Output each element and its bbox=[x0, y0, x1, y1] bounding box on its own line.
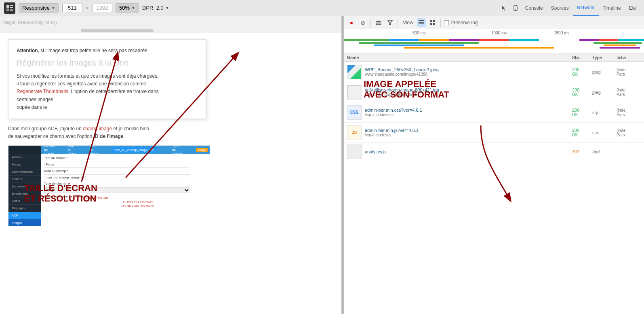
row-4-info: admin-bar.min.js?ver=4.6.1 /wp-includes/… bbox=[365, 128, 572, 137]
row-3-status-ok: OK bbox=[572, 112, 592, 117]
acf-field-title-input[interactable] bbox=[44, 162, 190, 168]
dim-x-separator: × bbox=[86, 5, 89, 11]
acf-field-name-input[interactable] bbox=[44, 174, 190, 180]
col-type: Type bbox=[592, 55, 617, 60]
acf-table-header: Position du champ Titre du champ Nom du … bbox=[41, 146, 210, 154]
svg-rect-13 bbox=[377, 21, 380, 21]
timeline-bar-right-2 bbox=[604, 45, 636, 46]
tab-console[interactable]: Console bbox=[521, 5, 547, 11]
svg-rect-15 bbox=[419, 20, 424, 21]
row-4-init: (inde Pars bbox=[617, 128, 641, 137]
row-2-filename: acf-utiliser-champ-image-800x421.jpg bbox=[365, 87, 572, 92]
height-input[interactable] bbox=[92, 4, 112, 12]
network-row-5[interactable]: analytics.js 307 (ind bbox=[344, 143, 644, 161]
timeline-bar-right-1 bbox=[593, 42, 642, 44]
zoom-selector[interactable]: 50% ▼ bbox=[116, 3, 139, 13]
main-area: height: (leave empty for nil) Attention,… bbox=[0, 16, 644, 314]
device-selector[interactable]: Responsive ▼ bbox=[19, 3, 59, 13]
row-3-init: (inde Pars bbox=[617, 108, 641, 117]
acf-sidebar-comments: Commentaires bbox=[8, 168, 41, 176]
width-input[interactable] bbox=[62, 4, 82, 12]
bottom-text: Dans mon groupe ACF, j'ajoute un champ i… bbox=[8, 125, 333, 140]
svg-rect-11 bbox=[376, 21, 381, 25]
cursor-icon-btn[interactable] bbox=[499, 2, 510, 14]
timeline-bar-3 bbox=[404, 47, 554, 49]
preserve-log-check[interactable] bbox=[444, 20, 449, 25]
acf-sidebar-settings: Réglages bbox=[8, 205, 41, 212]
row-2-thumb bbox=[347, 85, 362, 100]
h-scrollbar-thumb[interactable] bbox=[81, 29, 154, 32]
champ-image-link[interactable]: champ image bbox=[83, 126, 112, 132]
acf-sidebar-articles: Articles bbox=[8, 154, 41, 161]
row-2-status: 200 OK bbox=[572, 87, 592, 97]
row-4-thumb: JS bbox=[347, 125, 362, 140]
h-scrollbar[interactable] bbox=[0, 28, 341, 33]
toolbar-separator-1 bbox=[370, 19, 371, 27]
tab-timeline[interactable]: Timeline bbox=[599, 5, 625, 11]
logo-icon bbox=[4, 2, 15, 14]
row-5-info: analytics.js bbox=[365, 149, 572, 154]
acf-sidebar-pages: Pages bbox=[8, 161, 41, 168]
record-button[interactable]: ● bbox=[347, 18, 356, 27]
row-5-type: (ind bbox=[592, 149, 617, 154]
row-5-filename: analytics.js bbox=[365, 149, 572, 154]
network-row-1[interactable]: WPE_Banner_250x250_Learn-2.jpeg www.shar… bbox=[344, 62, 644, 82]
clear-button[interactable]: ⊘ bbox=[358, 18, 367, 27]
gray-thumb bbox=[347, 145, 361, 159]
timeline-area: 500 ms 1000 ms 1500 ms bbox=[344, 29, 644, 53]
regenerate-link[interactable]: Regenerate Thumbnails bbox=[17, 89, 68, 94]
row-2-init: (inde Pars bbox=[617, 88, 641, 97]
filter-button[interactable] bbox=[385, 18, 394, 27]
svg-rect-17 bbox=[419, 23, 424, 24]
svg-rect-4 bbox=[10, 9, 13, 11]
row-5-status: 307 bbox=[572, 149, 592, 154]
svg-rect-0 bbox=[6, 5, 9, 8]
bottom-content: Dans mon groupe ACF, j'ajoute un champ i… bbox=[0, 119, 341, 226]
js-thumb-label: JS bbox=[347, 126, 361, 140]
view-grid-button[interactable] bbox=[428, 18, 437, 27]
taille-annotation: TAILLE D'ÉCRANET RÉSOLUTION bbox=[24, 183, 97, 204]
timeline-bar-right-top bbox=[579, 39, 644, 41]
svg-marker-14 bbox=[388, 21, 392, 25]
toolbar-separator-2 bbox=[398, 19, 398, 27]
tab-elements[interactable]: Ele bbox=[625, 5, 640, 11]
svg-rect-3 bbox=[6, 8, 9, 11]
timeline-bar-2 bbox=[374, 45, 464, 46]
timeline-bar-right-3 bbox=[600, 47, 640, 49]
row-3-info: admin-bar.min.css?ver=4.6.1 /wp-includes… bbox=[365, 108, 572, 117]
dpr-selector[interactable]: DPR: 2.0 ▼ bbox=[142, 5, 169, 11]
svg-rect-2 bbox=[10, 7, 13, 8]
row-2-status-code: 200 bbox=[572, 87, 592, 92]
screenshot-button[interactable] bbox=[374, 18, 383, 27]
row-1-filename: WPE_Banner_250x250_Learn-2.jpeg bbox=[365, 67, 572, 72]
view-label: View: bbox=[403, 20, 415, 25]
url-bar-text: height: (leave empty for nil) bbox=[3, 20, 57, 25]
network-row-2[interactable]: acf-utiliser-champ-image-800x421.jpg /wp… bbox=[344, 82, 644, 102]
timeline-label-500: 500 ms bbox=[412, 31, 426, 35]
mobile-icon-btn[interactable] bbox=[510, 2, 521, 14]
view-list-button[interactable] bbox=[417, 18, 426, 27]
network-row-3[interactable]: CSS admin-bar.min.css?ver=4.6.1 /wp-incl… bbox=[344, 102, 644, 123]
row-3-thumb: CSS bbox=[347, 105, 362, 120]
tab-network[interactable]: Network bbox=[573, 0, 599, 16]
preserve-log-checkbox[interactable]: Preserve log bbox=[444, 20, 478, 25]
network-table: Name ▲ Sta... Type Initia WPE_Banner_250… bbox=[344, 53, 644, 314]
row-5-thumb bbox=[347, 144, 362, 159]
row-1-status-code: 200 bbox=[572, 67, 592, 72]
row-4-type: scr... bbox=[592, 130, 617, 135]
row-1-type: jpeg bbox=[592, 70, 617, 74]
row-4-url: /wp-includes/js bbox=[365, 133, 572, 137]
popup-attention-text: Attention, si l'image est trop petite el… bbox=[17, 47, 198, 54]
webpage-panel: height: (leave empty for nil) Attention,… bbox=[0, 16, 341, 314]
network-row-4[interactable]: JS admin-bar.min.js?ver=4.6.1 /wp-includ… bbox=[344, 123, 644, 143]
row-2-type: jpeg bbox=[592, 90, 617, 95]
row-1-thumb bbox=[347, 65, 362, 79]
tab-sources[interactable]: Sources bbox=[547, 5, 573, 11]
svg-rect-21 bbox=[433, 23, 435, 25]
svg-point-12 bbox=[378, 22, 379, 24]
page-content-area: Attention, si l'image est trop petite el… bbox=[0, 33, 341, 119]
row-3-type: sty... bbox=[592, 110, 617, 115]
url-bar-area: height: (leave empty for nil) bbox=[0, 16, 341, 28]
col-initiator: Initia bbox=[617, 55, 641, 60]
row-1-init: (inde Pars bbox=[617, 68, 641, 76]
